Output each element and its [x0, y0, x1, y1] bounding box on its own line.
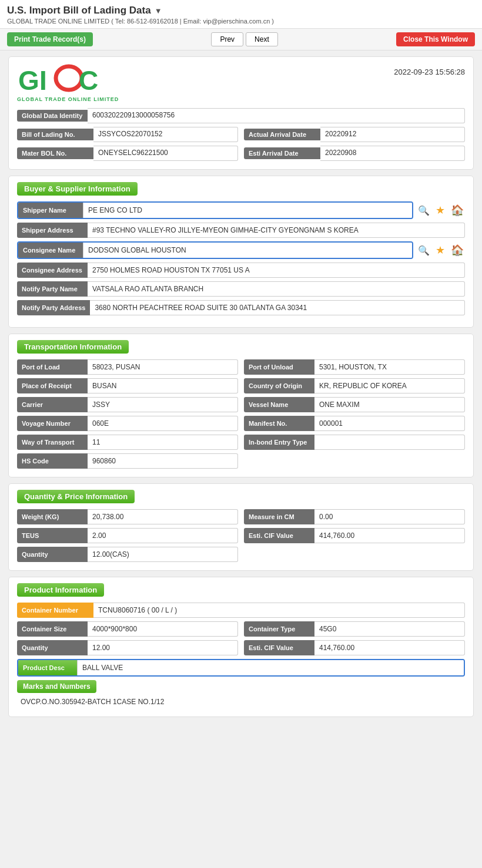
manifest-no-label: Manifest No. — [244, 416, 314, 431]
country-of-origin-row: Country of Origin KR, REPUBLIC OF KOREA — [244, 378, 465, 393]
buyer-supplier-section: Buyer & Supplier Information Shipper Nam… — [8, 176, 474, 328]
main-content: G I C GLOBAL TRADE ONLINE LIMITED 2022-0… — [0, 51, 482, 729]
bol-no-value: JSSYCOS22070152 — [93, 127, 238, 142]
page-subtitle: GLOBAL TRADE ONLINE LIMITED ( Tel: 86-51… — [7, 18, 475, 25]
product-desc-container: Product Desc BALL VALVE — [17, 659, 465, 677]
search-icon: 🔍 — [418, 206, 430, 216]
in-bond-entry-row: In-bond Entry Type — [244, 435, 465, 450]
shipper-name-row: Shipper Name PE ENG CO LTD 🔍 ★ 🏠 — [17, 201, 465, 219]
notify-party-address-value: 3680 NORTH PEACHTREE ROAD SUITE 30 0ATLA… — [90, 300, 465, 315]
hs-code-label: HS Code — [17, 453, 88, 469]
close-window-button[interactable]: Close This Window — [396, 32, 475, 46]
bol-no-row: Bill of Lading No. JSSYCOS22070152 — [17, 127, 238, 142]
quantity-price-title: Quantity & Price Information — [17, 490, 135, 503]
buyer-supplier-title: Buyer & Supplier Information — [17, 182, 138, 196]
product-desc-field: Product Desc BALL VALVE — [17, 659, 465, 677]
shipper-address-label: Shipper Address — [17, 223, 88, 238]
consignee-star-button[interactable]: ★ — [434, 244, 446, 257]
port-of-load-label: Port of Load — [17, 359, 88, 375]
notify-party-address-row: Notify Party Address 3680 NORTH PEACHTRE… — [17, 300, 465, 315]
way-of-transport-label: Way of Transport — [17, 435, 88, 450]
prev-button[interactable]: Prev — [211, 32, 243, 46]
logo-area: G I C GLOBAL TRADE ONLINE LIMITED — [17, 63, 119, 102]
voyage-number-row: Voyage Number 060E — [17, 416, 238, 431]
consignee-address-value: 2750 HOLMES ROAD HOUSTON TX 77051 US A — [88, 263, 465, 278]
product-section: Product Information Container Number TCN… — [8, 577, 474, 717]
actual-arrival-value: 20220912 — [320, 127, 465, 142]
weight-value: 20,738.00 — [88, 509, 238, 524]
esti-arrival-value: 20220908 — [320, 146, 465, 161]
shipper-star-button[interactable]: ★ — [434, 204, 446, 217]
print-button[interactable]: Print Trade Record(s) — [7, 32, 93, 46]
container-size-value: 4000*900*800 — [88, 621, 238, 637]
shipper-name-label: Shipper Name — [18, 203, 83, 218]
vessel-name-row: Vessel Name ONE MAXIM — [244, 397, 465, 412]
teus-row: TEUS 2.00 — [17, 528, 238, 543]
container-type-row: Container Type 45G0 — [244, 621, 465, 637]
product-desc-value: BALL VALVE — [77, 660, 464, 675]
container-size-label: Container Size — [17, 621, 88, 637]
hs-code-row: HS Code 960860 — [17, 453, 238, 469]
manifest-no-value: 000001 — [314, 416, 465, 431]
product-quantity-label: Quantity — [17, 640, 88, 655]
quantity-value: 12.00(CAS) — [88, 547, 238, 562]
shipper-search-button[interactable]: 🔍 — [417, 204, 431, 217]
global-data-identity-row: Global Data Identity 6003202209130000587… — [17, 108, 465, 123]
master-bol-value: ONEYSELC96221500 — [93, 146, 238, 161]
dropdown-arrow-icon: ▼ — [155, 6, 162, 15]
container-number-value: TCNU8060716 ( 00 / L / ) — [93, 603, 465, 618]
port-of-load-value: 58023, PUSAN — [88, 359, 238, 375]
shipper-address-value: #93 TECHNO VALLEY-RO JILLYE-MYEON GIMHAE… — [88, 223, 465, 238]
container-type-label: Container Type — [244, 621, 314, 637]
home-icon: 🏠 — [451, 244, 464, 256]
shipper-name-value: PE ENG CO LTD — [83, 203, 412, 218]
esti-cif-label: Esti. CIF Value — [244, 528, 314, 543]
measure-value: 0.00 — [314, 509, 465, 524]
port-of-unload-row: Port of Unload 5301, HOUSTON, TX — [244, 359, 465, 375]
esti-cif-row: Esti. CIF Value 414,760.00 — [244, 528, 465, 543]
measure-label: Measure in CM — [244, 509, 314, 524]
manifest-no-row: Manifest No. 000001 — [244, 416, 465, 431]
notify-party-address-label: Notify Party Address — [17, 300, 90, 315]
transportation-grid: Port of Load 58023, PUSAN Port of Unload… — [17, 359, 465, 469]
header-card: G I C GLOBAL TRADE ONLINE LIMITED 2022-0… — [8, 56, 474, 170]
place-of-receipt-row: Place of Receipt BUSAN — [17, 378, 238, 393]
transportation-section: Transportation Information Port of Load … — [8, 334, 474, 477]
toolbar: Print Trade Record(s) Prev Next Close Th… — [0, 29, 482, 51]
marks-label: Marks and Numbers — [17, 680, 96, 693]
product-esti-cif-row: Esti. CIF Value 414,760.00 — [244, 640, 465, 655]
consignee-name-field: Consignee Name DODSON GLOBAL HOUSTON — [17, 241, 413, 259]
port-of-unload-value: 5301, HOUSTON, TX — [314, 359, 465, 375]
product-grid: Container Size 4000*900*800 Container Ty… — [17, 621, 465, 655]
teus-value: 2.00 — [88, 528, 238, 543]
container-number-label: Container Number — [17, 603, 93, 618]
consignee-address-row: Consignee Address 2750 HOLMES ROAD HOUST… — [17, 263, 465, 278]
svg-rect-3 — [62, 75, 76, 80]
hs-code-value: 960860 — [88, 453, 238, 469]
esti-cif-value: 414,760.00 — [314, 528, 465, 543]
quantity-label: Quantity — [17, 547, 88, 562]
shipper-home-button[interactable]: 🏠 — [450, 204, 465, 217]
country-of-origin-label: Country of Origin — [244, 378, 314, 393]
consignee-home-button[interactable]: 🏠 — [450, 244, 465, 257]
star-icon: ★ — [436, 204, 445, 216]
page-title: U.S. Import Bill of Lading Data ▼ — [7, 5, 475, 16]
svg-text:G: G — [18, 65, 39, 95]
notify-party-name-value: VATSALA RAO ATLANTA BRANCH — [88, 281, 465, 297]
way-of-transport-value: 11 — [88, 435, 238, 450]
vessel-name-value: ONE MAXIM — [314, 397, 465, 412]
in-bond-entry-label: In-bond Entry Type — [244, 435, 314, 450]
consignee-name-row: Consignee Name DODSON GLOBAL HOUSTON 🔍 ★… — [17, 241, 465, 259]
place-of-receipt-value: BUSAN — [88, 378, 238, 393]
company-logo: G I C — [17, 63, 99, 95]
marks-container: Marks and Numbers OVCP.O.NO.305942-BATCH… — [17, 680, 465, 708]
quantity-price-grid: Weight (KG) 20,738.00 Measure in CM 0.00… — [17, 509, 465, 562]
next-button[interactable]: Next — [246, 32, 278, 46]
shipper-address-row: Shipper Address #93 TECHNO VALLEY-RO JIL… — [17, 223, 465, 238]
actual-arrival-label: Actual Arrival Date — [244, 129, 320, 140]
measure-row: Measure in CM 0.00 — [244, 509, 465, 524]
consignee-search-button[interactable]: 🔍 — [417, 244, 431, 257]
search-icon: 🔍 — [418, 245, 430, 255]
quantity-price-section: Quantity & Price Information Weight (KG)… — [8, 483, 474, 571]
esti-arrival-label: Esti Arrival Date — [244, 147, 320, 159]
